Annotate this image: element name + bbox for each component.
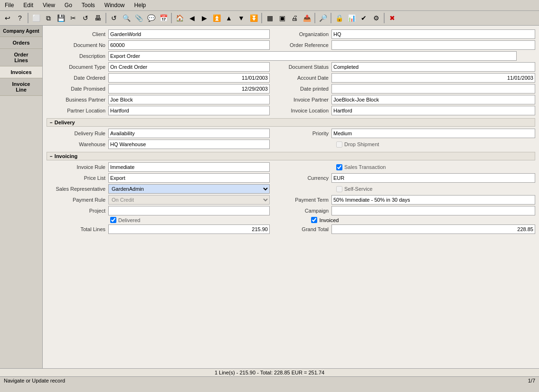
status-bar: Navigate or Update record 1/7 [0, 376, 539, 384]
client-row: Client Organization [47, 29, 535, 39]
project-input[interactable] [108, 206, 270, 215]
client-label: Client [47, 31, 108, 37]
form-btn[interactable]: ▣ [276, 12, 288, 24]
salesrep-select[interactable]: GardenAdmin [108, 184, 270, 194]
accountdate-input[interactable] [331, 73, 535, 83]
close-btn[interactable]: ✖ [387, 12, 398, 24]
menu-view[interactable]: View [41, 1, 57, 9]
menu-file[interactable]: File [3, 1, 16, 9]
invoicerule-input[interactable] [108, 162, 270, 172]
undo-btn[interactable]: ↺ [80, 12, 91, 24]
orderref-input[interactable] [331, 40, 535, 50]
campaign-input[interactable] [331, 206, 535, 215]
attach-btn[interactable]: 📎 [133, 12, 144, 24]
invoicing-section-header[interactable]: − Invoicing [47, 152, 535, 160]
zoom-btn[interactable]: 🔎 [317, 12, 329, 24]
grandtotal-label: Grand Total [279, 226, 331, 232]
invoicing-section-label: Invoicing [55, 153, 77, 159]
chat-btn[interactable]: 💬 [145, 12, 157, 24]
main-content: Client Organization Document No Order Re… [43, 26, 539, 368]
selfservice-checkbox[interactable] [336, 186, 342, 192]
wf-btn[interactable]: ⚙ [370, 12, 382, 24]
invoicepartner-input[interactable] [331, 95, 535, 104]
warehouse-input[interactable] [108, 140, 270, 149]
priority-input[interactable] [331, 129, 535, 138]
desc-input[interactable] [108, 51, 517, 61]
paymentterm-input[interactable] [331, 195, 535, 205]
partnerlocation-input[interactable] [108, 106, 270, 115]
pricelist-input[interactable] [108, 173, 270, 183]
doctype-input[interactable] [108, 62, 270, 72]
invoicepartner-label: Invoice Partner [279, 97, 331, 103]
home-btn[interactable]: 🏠 [174, 12, 185, 24]
bizpartner-input[interactable] [108, 95, 270, 104]
find-btn[interactable]: 🔍 [121, 12, 132, 24]
campaign-label: Campaign [279, 208, 331, 214]
delete-btn[interactable]: ✂ [67, 12, 79, 24]
docno-label: Document No [47, 42, 108, 48]
docno-input[interactable] [108, 40, 270, 50]
salestx-label: Sales Transaction [344, 164, 386, 170]
org-input[interactable] [331, 29, 535, 39]
menubar: File Edit View Go Tools Window Help [0, 0, 539, 11]
dateprinted-input[interactable] [331, 84, 535, 93]
invoiced-checkbox[interactable] [311, 217, 317, 223]
salestx-checkbox[interactable] [336, 164, 342, 170]
dateordered-input[interactable] [108, 73, 270, 83]
prev-btn[interactable]: ◀ [186, 12, 198, 24]
totallines-input[interactable] [108, 224, 270, 234]
grandtotal-input[interactable] [331, 224, 535, 234]
last-btn[interactable]: ⏬ [248, 12, 259, 24]
sidebar-item-invoices[interactable]: Invoices [0, 66, 42, 78]
down-btn[interactable]: ▼ [236, 12, 247, 24]
docstatus-input[interactable] [331, 62, 535, 72]
copy-btn[interactable]: ⧉ [43, 12, 54, 24]
task-btn[interactable]: ✔ [358, 12, 369, 24]
partnerlocation-label: Partner Location [47, 108, 108, 113]
currency-input[interactable] [331, 173, 535, 183]
report-btn[interactable]: 📊 [346, 12, 357, 24]
sidebar-item-orders[interactable]: Orders [0, 37, 42, 49]
deliveryrule-label: Delivery Rule [47, 131, 108, 136]
status-page: 1/7 [528, 378, 535, 383]
first-btn[interactable]: ⏫ [211, 12, 222, 24]
datepromised-label: Date Promised [47, 86, 108, 92]
datepromised-input[interactable] [108, 84, 270, 93]
pricelist-label: Price List [47, 175, 108, 181]
export-btn[interactable]: 📤 [301, 12, 312, 24]
invoicelocation-input[interactable] [331, 106, 535, 115]
up-btn[interactable]: ▲ [223, 12, 235, 24]
client-input[interactable] [108, 29, 270, 39]
help-btn[interactable]: ? [14, 12, 26, 24]
delivery-section-header[interactable]: − Delivery [47, 118, 535, 127]
print2-btn[interactable]: 🖨 [289, 12, 300, 24]
selfservice-checkbox-group: Self-Service [336, 186, 372, 192]
deliveryrule-input[interactable] [108, 129, 270, 138]
sidebar-item-invoice-line[interactable]: InvoiceLine [0, 78, 42, 96]
menu-go[interactable]: Go [63, 1, 74, 9]
refresh-btn[interactable]: ↺ [108, 12, 120, 24]
sidebar-item-company-agent[interactable]: Company Agent [0, 26, 42, 37]
grid-btn[interactable]: ▦ [264, 12, 275, 24]
menu-tools[interactable]: Tools [80, 1, 97, 9]
sidebar-label-order-lines: OrderLines [14, 52, 28, 63]
back-btn[interactable]: ↩ [2, 12, 13, 24]
accountdate-label: Account Date [279, 75, 331, 81]
print-btn[interactable]: 🖶 [92, 12, 104, 24]
menu-edit[interactable]: Edit [21, 1, 35, 9]
dateordered-row: Date Ordered Account Date [47, 73, 535, 83]
paymentrule-label: Payment Rule [47, 197, 108, 203]
dropshipment-checkbox[interactable] [336, 141, 342, 148]
delivered-checkbox[interactable] [110, 217, 116, 223]
docno-row: Document No Order Reference [47, 40, 535, 50]
lock-btn[interactable]: 🔒 [333, 12, 345, 24]
save-btn[interactable]: 💾 [55, 12, 66, 24]
next-btn[interactable]: ▶ [199, 12, 210, 24]
menu-help[interactable]: Help [132, 1, 148, 9]
sidebar-item-order-lines[interactable]: OrderLines [0, 49, 42, 66]
calendar-btn[interactable]: 📅 [158, 12, 169, 24]
new-btn[interactable]: ⬜ [30, 12, 42, 24]
paymentrule-select[interactable]: On Credit [108, 195, 270, 205]
menu-window[interactable]: Window [103, 1, 127, 9]
datepromised-row: Date Promised Date printed [47, 84, 535, 93]
